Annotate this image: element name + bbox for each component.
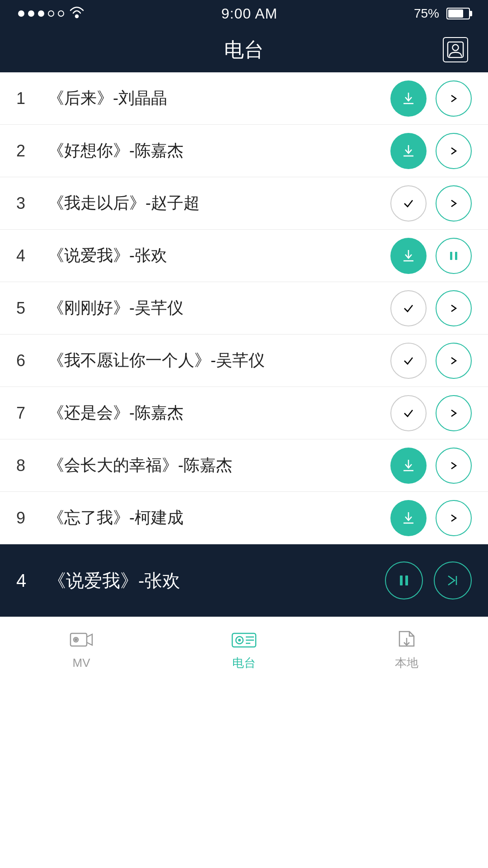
user-icon[interactable] xyxy=(443,37,468,62)
download-button[interactable] xyxy=(390,238,427,274)
song-actions xyxy=(390,133,472,169)
status-bar: 9:00 AM 75% xyxy=(0,0,488,27)
tab-local-label: 本地 xyxy=(395,655,418,671)
song-item-7: 7《还是会》-陈嘉杰 xyxy=(0,387,488,439)
tab-radio-label: 电台 xyxy=(232,655,256,671)
song-actions xyxy=(390,80,472,117)
song-title: 《刚刚好》-吴芊仪 xyxy=(39,297,390,319)
np-number: 4 xyxy=(16,571,39,591)
tab-radio[interactable]: 电台 xyxy=(231,626,257,671)
check-button[interactable] xyxy=(390,395,427,431)
svg-point-20 xyxy=(75,639,77,641)
song-item-2: 2《好想你》-陈嘉杰 xyxy=(0,125,488,177)
np-next-button[interactable] xyxy=(434,561,472,599)
radio-icon xyxy=(231,626,257,651)
song-title: 《说爱我》-张欢 xyxy=(39,245,390,267)
check-button[interactable] xyxy=(390,343,427,379)
song-list: 1《后来》-刘晶晶 2《好想你》-陈嘉杰 3《我走以后》-赵子超 4《说爱我》-… xyxy=(0,72,488,544)
battery-icon xyxy=(446,8,470,19)
svg-rect-16 xyxy=(405,576,408,585)
battery-percent: 75% xyxy=(414,6,439,21)
tab-local[interactable]: 本地 xyxy=(394,626,419,671)
svg-rect-9 xyxy=(450,252,452,260)
song-title: 《好想你》-陈嘉杰 xyxy=(39,140,390,162)
download-button[interactable] xyxy=(390,133,427,169)
song-actions xyxy=(390,238,472,274)
song-number: 1 xyxy=(16,89,39,108)
song-number: 9 xyxy=(16,509,39,528)
svg-rect-10 xyxy=(455,252,457,260)
next-button[interactable] xyxy=(436,80,472,117)
next-button[interactable] xyxy=(436,500,472,536)
download-button[interactable] xyxy=(390,448,427,484)
song-title: 《我走以后》-赵子超 xyxy=(39,192,390,214)
tab-bar: MV 电台 本地 xyxy=(0,617,488,680)
tab-mv-label: MV xyxy=(73,656,90,670)
song-number: 7 xyxy=(16,404,39,423)
tab-mv[interactable]: MV xyxy=(69,627,94,670)
song-number: 2 xyxy=(16,142,39,160)
song-number: 4 xyxy=(16,246,39,265)
song-item-8: 8《会长大的幸福》-陈嘉杰 xyxy=(0,439,488,492)
song-title: 《后来》-刘晶晶 xyxy=(39,87,390,109)
np-pause-button[interactable] xyxy=(385,561,423,599)
next-button[interactable] xyxy=(436,448,472,484)
song-actions xyxy=(390,290,472,326)
check-button[interactable] xyxy=(390,185,427,222)
song-title: 《会长大的幸福》-陈嘉杰 xyxy=(39,454,390,476)
local-icon xyxy=(394,626,419,651)
next-button[interactable] xyxy=(436,395,472,431)
dot-2 xyxy=(28,10,34,17)
svg-point-0 xyxy=(75,15,78,18)
song-actions xyxy=(390,448,472,484)
download-button[interactable] xyxy=(390,500,427,536)
wifi-icon xyxy=(69,6,85,22)
song-actions xyxy=(390,343,472,379)
song-number: 8 xyxy=(16,456,39,475)
download-button[interactable] xyxy=(390,80,427,117)
svg-rect-15 xyxy=(400,576,403,585)
header: 电台 xyxy=(0,27,488,72)
song-number: 5 xyxy=(16,299,39,318)
svg-point-2 xyxy=(452,45,458,51)
song-title: 《忘了我》-柯建成 xyxy=(39,507,390,529)
status-time: 9:00 AM xyxy=(221,5,277,22)
next-button[interactable] xyxy=(436,133,472,169)
song-item-5: 5《刚刚好》-吴芊仪 xyxy=(0,282,488,335)
song-number: 3 xyxy=(16,194,39,213)
np-title: 《说爱我》-张欢 xyxy=(39,568,385,593)
page-title: 电台 xyxy=(224,37,264,63)
pause-button[interactable] xyxy=(436,238,472,274)
dot-1 xyxy=(18,10,24,17)
signal-dots xyxy=(18,10,64,17)
song-actions xyxy=(390,185,472,222)
next-button[interactable] xyxy=(436,290,472,326)
np-actions xyxy=(385,561,472,599)
status-left xyxy=(18,6,85,22)
song-title: 《还是会》-陈嘉杰 xyxy=(39,402,390,424)
song-item-3: 3《我走以后》-赵子超 xyxy=(0,177,488,230)
song-item-4: 4《说爱我》-张欢 xyxy=(0,230,488,282)
song-number: 6 xyxy=(16,351,39,370)
next-button[interactable] xyxy=(436,185,472,222)
dot-4 xyxy=(48,10,54,17)
song-actions xyxy=(390,500,472,536)
mv-icon xyxy=(69,627,94,652)
svg-point-23 xyxy=(238,639,241,642)
dot-3 xyxy=(38,10,44,17)
song-title: 《我不愿让你一个人》-吴芊仪 xyxy=(39,349,390,372)
status-right: 75% xyxy=(414,6,470,21)
song-item-9: 9《忘了我》-柯建成 xyxy=(0,492,488,544)
next-button[interactable] xyxy=(436,343,472,379)
dot-5 xyxy=(58,10,64,17)
song-actions xyxy=(390,395,472,431)
song-item-6: 6《我不愿让你一个人》-吴芊仪 xyxy=(0,335,488,387)
now-playing-bar: 4 《说爱我》-张欢 xyxy=(0,544,488,617)
song-item-1: 1《后来》-刘晶晶 xyxy=(0,72,488,125)
check-button[interactable] xyxy=(390,290,427,326)
